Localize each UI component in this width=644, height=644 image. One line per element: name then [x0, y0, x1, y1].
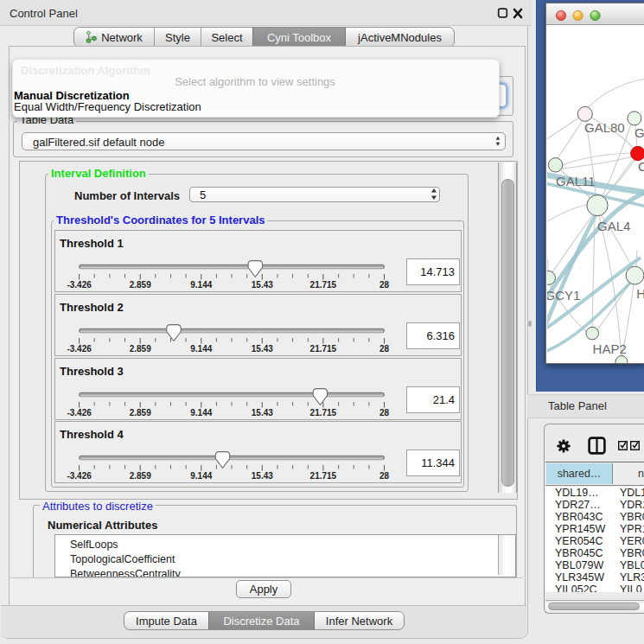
svg-text:GA: GA [634, 125, 644, 140]
svg-text:H: H [636, 286, 644, 301]
svg-text:GAL4: GAL4 [597, 219, 630, 233]
svg-text:C: C [638, 159, 644, 174]
svg-text:GCY1: GCY1 [547, 288, 580, 303]
svg-text:HAP2: HAP2 [593, 341, 627, 356]
svg-text:GAL11: GAL11 [556, 174, 596, 188]
svg-text:GAL80: GAL80 [584, 120, 625, 135]
